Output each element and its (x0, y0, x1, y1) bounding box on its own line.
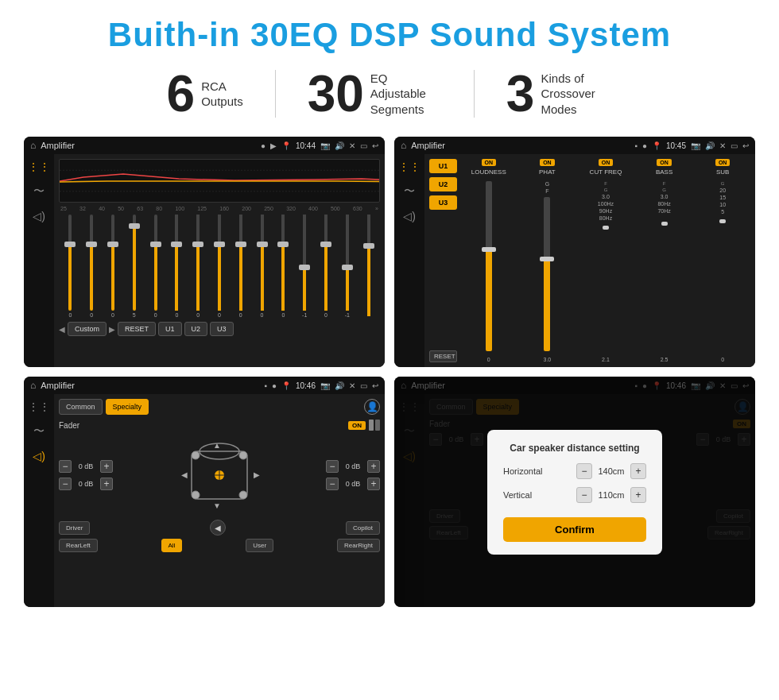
eq-slider-14[interactable] (358, 215, 378, 318)
freq-630: 630 (353, 206, 362, 211)
eq-icon-1[interactable]: ⋮⋮ (28, 160, 50, 173)
back-icon-2[interactable]: ↩ (742, 141, 749, 150)
eq-reset-btn[interactable]: RESET (118, 322, 156, 336)
bass-on-badge[interactable]: ON (657, 159, 672, 166)
phat-on-badge[interactable]: ON (540, 159, 555, 166)
eq-slider-11[interactable]: -1 (295, 215, 315, 318)
back-icon-1[interactable]: ↩ (372, 141, 378, 150)
copilot-btn[interactable]: Copilot (346, 521, 380, 535)
next-arrow[interactable]: ▶ (109, 325, 115, 334)
eq-u1-btn[interactable]: U1 (158, 322, 182, 336)
eq-slider-9[interactable]: 0 (252, 215, 272, 318)
preset-u3[interactable]: U3 (429, 195, 457, 210)
eq-slider-2[interactable]: 0 (103, 215, 123, 318)
svg-point-9 (239, 451, 247, 459)
stat-eq-number: 30 (308, 68, 364, 119)
eq-icon-3[interactable]: ⋮⋮ (28, 400, 50, 413)
eq-slider-3[interactable]: 5 (124, 215, 144, 318)
cutfreq-on-badge[interactable]: ON (599, 159, 614, 166)
freq-50: 50 (118, 206, 124, 211)
wave-icon-3[interactable]: 〜 (33, 424, 45, 439)
svg-point-8 (192, 451, 200, 459)
eq-curve-display (59, 159, 380, 203)
svg-point-11 (239, 491, 247, 499)
tab-common[interactable]: Common (59, 399, 103, 415)
stat-crossover-label: Kinds ofCrossover Modes (541, 71, 612, 118)
speaker-icon-3[interactable]: ◁) (33, 450, 45, 462)
db-minus-right-bot[interactable]: − (326, 478, 339, 490)
sub-label: SUB (716, 168, 729, 176)
eq-slider-13[interactable]: -1 (337, 215, 357, 318)
user-btn[interactable]: User (246, 539, 273, 552)
eq-u3-btn[interactable]: U3 (210, 322, 234, 336)
screen-title-3: Amplifier (41, 381, 259, 390)
bass-value: 2.5 (661, 357, 669, 362)
db-plus-left-bot[interactable]: + (100, 478, 113, 490)
db-minus-right-top[interactable]: − (326, 460, 339, 473)
eq-slider-4[interactable]: 0 (145, 215, 165, 318)
vertical-label: Vertical (503, 490, 532, 500)
db-plus-right-top[interactable]: + (367, 460, 380, 473)
db-plus-left-top[interactable]: + (100, 460, 113, 473)
tab-specialty[interactable]: Specialty (106, 399, 149, 415)
eq-u2-btn[interactable]: U2 (184, 322, 208, 336)
db-minus-left-bot[interactable]: − (59, 478, 72, 490)
vertical-plus-btn[interactable]: + (630, 487, 646, 503)
car-diagram: ▲ ▼ ◀ ▶ (172, 435, 267, 515)
sub-value: 0 (721, 357, 724, 362)
arrow-left-btn[interactable]: ◀ (210, 520, 226, 536)
horizontal-plus-btn[interactable]: + (630, 463, 646, 479)
fader-label: Fader (59, 421, 79, 430)
eq-slider-10[interactable]: 0 (273, 215, 293, 318)
speaker-icon-1[interactable]: ◁) (33, 210, 45, 222)
home-icon-2[interactable]: ⌂ (401, 140, 406, 151)
confirm-button[interactable]: Confirm (503, 517, 646, 542)
eq-slider-7[interactable]: 0 (210, 215, 230, 318)
status-time-2: 10:45 (666, 141, 686, 150)
db-plus-right-bot[interactable]: + (367, 478, 380, 490)
eq-slider-6[interactable]: 0 (188, 215, 208, 318)
speaker-bottom-btns-2: RearLeft All User RearRight (59, 539, 380, 552)
rear-right-btn[interactable]: RearRight (337, 539, 380, 552)
back-icon-3[interactable]: ↩ (372, 381, 378, 390)
crossover-reset-btn[interactable]: RESET (429, 350, 457, 362)
crossover-main: U1 U2 U3 RESET ON LOUDNESS (424, 154, 755, 367)
db-minus-left-top[interactable]: − (59, 460, 72, 473)
x-icon-1[interactable]: ✕ (349, 141, 355, 150)
preset-u1[interactable]: U1 (429, 159, 457, 173)
eq-slider-0[interactable]: 0 (60, 215, 80, 318)
db-val-right-bot: 0 dB (342, 480, 364, 488)
x-icon-3[interactable]: ✕ (349, 381, 355, 390)
speaker-icon-2[interactable]: ◁) (403, 210, 416, 222)
eq-slider-1[interactable]: 0 (82, 215, 102, 318)
rear-left-btn[interactable]: RearLeft (59, 539, 98, 552)
horizontal-label: Horizontal (503, 466, 543, 476)
home-icon-1[interactable]: ⌂ (30, 140, 36, 151)
wave-icon-1[interactable]: 〜 (33, 184, 45, 199)
channel-sub: ON SUB G 20 15 10 5 0 (695, 159, 750, 362)
prev-arrow[interactable]: ◀ (59, 325, 65, 334)
preset-u2[interactable]: U2 (429, 177, 457, 191)
all-btn[interactable]: All (161, 539, 183, 552)
status-bar-1: ⌂ Amplifier ● ▶ 📍 10:44 📷 🔊 ✕ ▭ ↩ (24, 137, 385, 154)
sub-on-badge[interactable]: ON (715, 159, 731, 166)
page-title: Buith-in 30EQ DSP Sound System (24, 16, 755, 54)
eq-main: 25 32 40 50 63 80 100 125 160 200 250 32… (54, 154, 385, 367)
stat-crossover: 3 Kinds ofCrossover Modes (475, 68, 645, 119)
eq-slider-12[interactable]: 0 (316, 215, 336, 318)
vertical-minus-btn[interactable]: − (576, 487, 592, 503)
dialog-overlay: Car speaker distance setting Horizontal … (394, 377, 755, 607)
x-icon-2[interactable]: ✕ (719, 141, 726, 150)
horizontal-minus-btn[interactable]: − (576, 463, 592, 479)
window-icon-3: ▭ (360, 381, 367, 390)
eq-slider-8[interactable]: 0 (231, 215, 250, 318)
fader-on-badge[interactable]: ON (348, 421, 366, 430)
loudness-on-badge[interactable]: ON (482, 159, 497, 166)
driver-btn[interactable]: Driver (59, 521, 90, 535)
wave-icon-2[interactable]: 〜 (404, 184, 415, 199)
profile-icon-3[interactable]: 👤 (364, 399, 380, 415)
home-icon-3[interactable]: ⌂ (30, 380, 36, 391)
cutfreq-value: 2.1 (602, 357, 610, 362)
eq-slider-5[interactable]: 0 (167, 215, 187, 318)
eq-icon-2[interactable]: ⋮⋮ (398, 160, 421, 173)
